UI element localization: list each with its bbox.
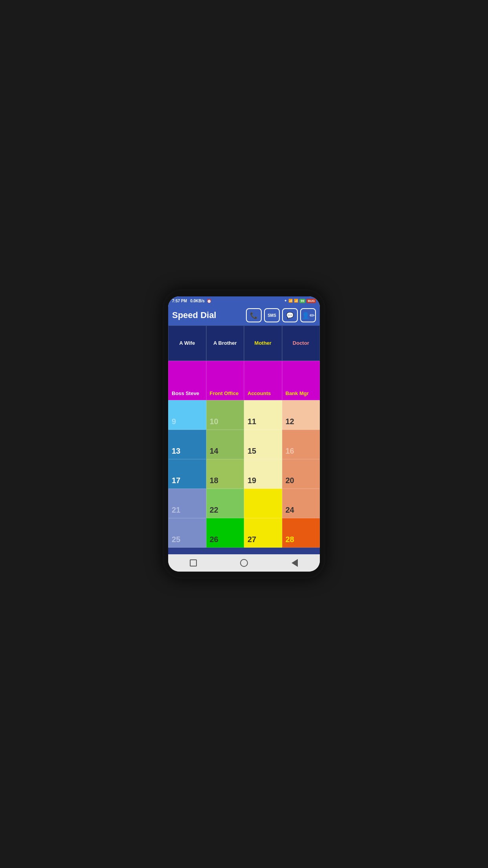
contact-edit-button[interactable]: 👤✏ (300, 308, 316, 322)
dial-27[interactable]: 27 (244, 518, 282, 548)
recent-apps-icon (190, 559, 197, 566)
speed-dial-grid: A Wife A Brother Mother Doctor Boss Stev… (168, 326, 320, 548)
contact-front-office-label: Front Office (210, 390, 239, 397)
phone-screen: 7:57 PM 0.0KB/s ⏰ ✦ 📶 📶 99 BUG Speed Dia… (168, 296, 320, 572)
dial-18[interactable]: 18 (206, 459, 244, 489)
dial-10[interactable]: 10 (206, 400, 244, 430)
whatsapp-button[interactable]: 💬 (282, 308, 298, 322)
contact-mother[interactable]: Mother (244, 326, 282, 361)
dial-16[interactable]: 16 (282, 430, 320, 459)
dial-19[interactable]: 19 (244, 459, 282, 489)
nav-back-button[interactable] (285, 557, 305, 569)
bottom-bar (168, 548, 320, 554)
signal-icon: 📶 (288, 299, 293, 303)
nav-recent-apps-button[interactable] (183, 557, 203, 569)
wifi-icon: 📶 (294, 299, 298, 303)
home-icon (240, 559, 248, 567)
dial-14-number: 14 (210, 447, 218, 456)
bluetooth-icon: ✦ (284, 299, 287, 303)
dial-9[interactable]: 9 (168, 400, 206, 430)
contact-mother-label: Mother (255, 340, 272, 346)
contact-bank-mgr-label: Bank Mgr (286, 390, 309, 397)
dial-14[interactable]: 14 (206, 430, 244, 459)
dial-13-number: 13 (172, 447, 180, 456)
dial-21-number: 21 (172, 506, 180, 515)
dial-25-number: 25 (172, 535, 180, 544)
dial-18-number: 18 (210, 476, 218, 485)
dial-28-number: 28 (286, 535, 294, 544)
dial-27-number: 27 (248, 535, 256, 544)
bottom-nav (168, 554, 320, 572)
app-bar: Speed Dial 📞 SMS 💬 👤✏ (168, 305, 320, 326)
contact-boss-steve[interactable]: Boss Steve (168, 361, 206, 400)
contact-bank-mgr[interactable]: Bank Mgr (282, 361, 320, 400)
contact-a-brother[interactable]: A Brother (206, 326, 244, 361)
dial-23[interactable]: 23 (244, 489, 282, 518)
dial-13[interactable]: 13 (168, 430, 206, 459)
contact-a-wife-label: A Wife (179, 340, 195, 346)
contact-front-office[interactable]: Front Office (206, 361, 244, 400)
back-icon (292, 559, 298, 567)
dial-15[interactable]: 15 (244, 430, 282, 459)
dial-25[interactable]: 25 (168, 518, 206, 548)
dial-28[interactable]: 28 (282, 518, 320, 548)
dial-17-number: 17 (172, 476, 180, 485)
status-icons: ✦ 📶 📶 99 BUG (284, 299, 316, 303)
dial-10-number: 10 (210, 417, 218, 426)
toolbar-buttons: 📞 SMS 💬 👤✏ (246, 308, 316, 322)
contact-accounts[interactable]: Accounts (244, 361, 282, 400)
dial-21[interactable]: 21 (168, 489, 206, 518)
dial-9-number: 9 (172, 417, 176, 426)
dial-11[interactable]: 11 (244, 400, 282, 430)
app-title: Speed Dial (172, 310, 243, 320)
dial-17[interactable]: 17 (168, 459, 206, 489)
contact-a-wife[interactable]: A Wife (168, 326, 206, 361)
dial-19-number: 19 (248, 476, 256, 485)
status-bar: 7:57 PM 0.0KB/s ⏰ ✦ 📶 📶 99 BUG (168, 296, 320, 305)
dial-16-number: 16 (286, 447, 294, 456)
dial-24-number: 24 (286, 506, 294, 515)
dial-22[interactable]: 22 (206, 489, 244, 518)
dial-26[interactable]: 26 (206, 518, 244, 548)
sms-button[interactable]: SMS (264, 308, 280, 322)
contact-doctor-label: Doctor (293, 340, 309, 346)
dial-11-number: 11 (248, 417, 256, 426)
dial-12[interactable]: 12 (282, 400, 320, 430)
dial-20[interactable]: 20 (282, 459, 320, 489)
contact-boss-steve-label: Boss Steve (172, 390, 199, 397)
dial-12-number: 12 (286, 417, 294, 426)
contact-accounts-label: Accounts (248, 390, 271, 397)
nav-home-button[interactable] (234, 557, 254, 569)
contact-a-brother-label: A Brother (213, 340, 237, 346)
dial-20-number: 20 (286, 476, 294, 485)
contact-doctor[interactable]: Doctor (282, 326, 320, 361)
dial-15-number: 15 (248, 447, 256, 456)
status-time-network: 7:57 PM 0.0KB/s ⏰ (172, 299, 211, 303)
phone-button[interactable]: 📞 (246, 308, 262, 322)
dial-23-number: 23 (248, 506, 256, 515)
bug-badge: BUG (306, 299, 316, 303)
phone-device: 7:57 PM 0.0KB/s ⏰ ✦ 📶 📶 99 BUG Speed Dia… (163, 289, 325, 579)
battery-badge: 99 (299, 299, 305, 303)
dial-24[interactable]: 24 (282, 489, 320, 518)
grid-container: A Wife A Brother Mother Doctor Boss Stev… (168, 326, 320, 554)
dial-22-number: 22 (210, 506, 218, 515)
dial-26-number: 26 (210, 535, 218, 544)
